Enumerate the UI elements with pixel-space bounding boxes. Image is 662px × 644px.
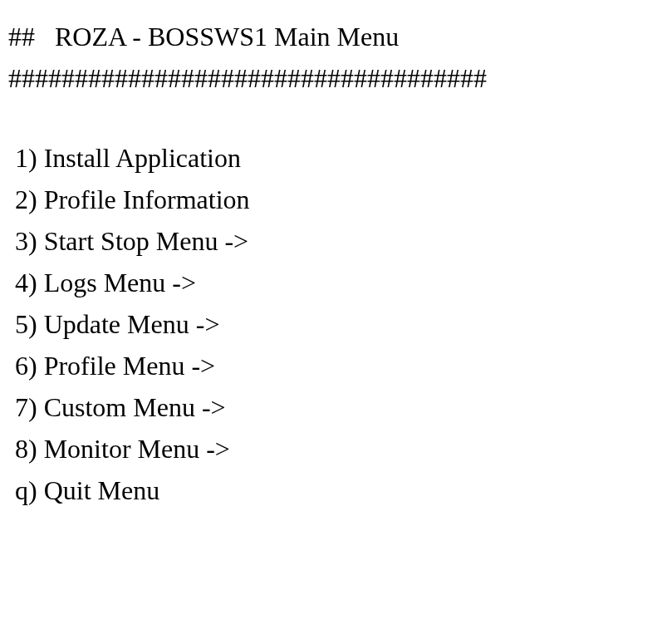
menu-item-profile-information[interactable]: 2) Profile Information xyxy=(8,179,654,219)
menu-item-profile-menu[interactable]: 6) Profile Menu -> xyxy=(8,346,654,386)
menu-item-logs-menu[interactable]: 4) Logs Menu -> xyxy=(8,263,654,302)
menu-key: 3 xyxy=(15,226,28,256)
menu-key: 2 xyxy=(15,184,28,214)
menu-label: Logs Menu -> xyxy=(44,268,196,297)
menu-item-monitor-menu[interactable]: 8) Monitor Menu -> xyxy=(8,429,654,469)
menu-label: Install Application xyxy=(44,143,241,173)
menu-label: Profile Information xyxy=(44,184,250,214)
header-prefix: ## xyxy=(8,22,35,52)
menu-item-update-menu[interactable]: 5) Update Menu -> xyxy=(8,304,654,344)
menu-item-start-stop-menu[interactable]: 3) Start Stop Menu -> xyxy=(8,221,654,261)
menu-key: 6 xyxy=(15,351,28,381)
menu-label: Profile Menu -> xyxy=(44,351,215,381)
menu-label: Quit Menu xyxy=(44,475,160,505)
menu-label: Start Stop Menu -> xyxy=(44,226,248,256)
menu-label: Update Menu -> xyxy=(44,309,220,339)
menu-item-install-application[interactable]: 1) Install Application xyxy=(8,138,654,178)
menu-key: 5 xyxy=(15,309,28,339)
header-divider: #################################### xyxy=(8,58,654,98)
menu-header: ## ROZA - BOSSWS1 Main Menu xyxy=(8,17,654,57)
menu-key: 4 xyxy=(15,268,28,297)
menu-label: Custom Menu -> xyxy=(44,392,226,422)
menu-key: 7 xyxy=(15,392,28,422)
header-title: ROZA - BOSSWS1 Main Menu xyxy=(55,22,399,52)
menu-key: q xyxy=(15,475,28,505)
menu-key: 8 xyxy=(15,434,28,464)
menu-item-quit-menu[interactable]: q) Quit Menu xyxy=(8,470,654,510)
menu-label: Monitor Menu -> xyxy=(44,434,230,464)
menu-key: 1 xyxy=(15,143,28,173)
menu-item-custom-menu[interactable]: 7) Custom Menu -> xyxy=(8,387,654,427)
